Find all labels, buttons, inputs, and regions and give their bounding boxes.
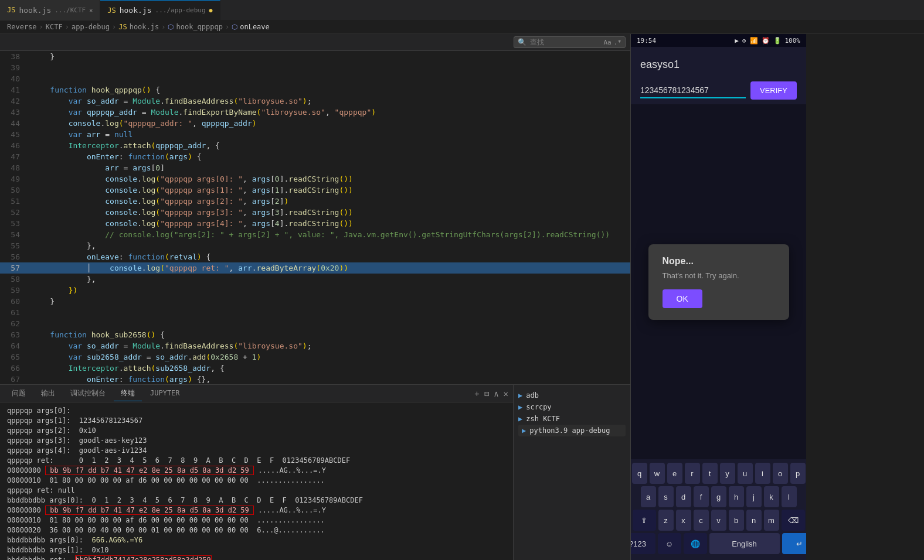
- tab-label-2: hook.js: [120, 6, 152, 15]
- sidebar-item-python[interactable]: ▶ python3.9 app-debug: [518, 425, 626, 436]
- panel-actions: + ⊟ ∧ ✕: [474, 389, 508, 398]
- tab-problem[interactable]: 问题: [5, 386, 33, 401]
- split-terminal-icon[interactable]: ⊟: [484, 389, 489, 398]
- key-l[interactable]: l: [782, 486, 797, 507]
- key-e[interactable]: e: [667, 463, 682, 484]
- phone-text-input[interactable]: [640, 83, 746, 98]
- code-line-48: 48 arr = args[0]: [0, 162, 630, 173]
- code-line-54: 54 // console.log("args[2]: " + args[2] …: [0, 229, 630, 240]
- code-line-38: 38 }: [0, 51, 630, 62]
- breadcrumb: Reverse › KCTF › app-debug › JS hook.js …: [0, 21, 924, 34]
- search-bar: 🔍 Aa .*: [0, 34, 630, 51]
- key-i[interactable]: i: [755, 463, 770, 484]
- code-line-51: 51 console.log("qpppqp args[2]: ", args[…: [0, 196, 630, 207]
- code-line-49: 49 console.log("qpppqp args[0]: ", args[…: [0, 173, 630, 185]
- key-a[interactable]: a: [641, 486, 656, 507]
- key-123[interactable]: ?123: [631, 533, 655, 554]
- key-r[interactable]: r: [685, 463, 700, 484]
- bottom-main: 问题 输出 调试控制台 终端 JUPYTER + ⊟ ∧ ✕ qpppqp ar…: [0, 385, 513, 560]
- key-s[interactable]: s: [658, 486, 674, 507]
- key-n[interactable]: n: [746, 510, 762, 531]
- code-line-58: 58 },: [0, 274, 630, 285]
- tab-jupyter[interactable]: JUPYTER: [143, 387, 187, 400]
- alarm-icon: ⏰: [762, 37, 770, 45]
- key-h[interactable]: h: [729, 486, 744, 507]
- key-globe[interactable]: 🌐: [684, 533, 707, 554]
- search-input[interactable]: [530, 38, 600, 46]
- code-line-67: 67 onEnter: function(args) {},: [0, 374, 630, 384]
- key-q[interactable]: q: [632, 463, 647, 484]
- key-c[interactable]: c: [694, 510, 709, 531]
- key-t[interactable]: t: [702, 463, 718, 484]
- key-y[interactable]: y: [720, 463, 735, 484]
- key-f[interactable]: f: [694, 486, 709, 507]
- terminal-line: qpppqp args[3]: goodl-aes-key123: [7, 436, 506, 446]
- dialog-title: Nope...: [663, 256, 775, 267]
- wifi-icon: ⊙: [742, 37, 746, 45]
- key-shift[interactable]: ⇧: [633, 510, 656, 531]
- key-w[interactable]: w: [650, 463, 665, 484]
- code-line-57: 57 │ console.log("qpppqp ret: ", arr.rea…: [0, 262, 630, 274]
- code-line-39: 39: [0, 62, 630, 73]
- tab-hook-js-kctf[interactable]: JS hook.js .../KCTF ✕: [0, 0, 100, 21]
- tab-debug-console[interactable]: 调试控制台: [63, 386, 113, 401]
- key-u[interactable]: u: [738, 463, 753, 484]
- terminal-line-ret: bbddbbdbb ret: bb9bf7ddb74147e28e258ad58…: [7, 555, 506, 560]
- bc-app-debug: app-debug: [72, 23, 110, 31]
- terminal-line: 00000010 01 80 00 00 00 00 af d6 00 00 0…: [7, 476, 506, 486]
- key-d[interactable]: d: [676, 486, 691, 507]
- tab-path-2: .../app-debug: [155, 6, 206, 14]
- js-icon-2: JS: [107, 6, 116, 15]
- code-line-40: 40: [0, 73, 630, 84]
- search-wrap: 🔍 Aa .*: [514, 36, 626, 48]
- key-enter[interactable]: ↵: [782, 533, 807, 554]
- key-space-english[interactable]: English: [709, 533, 780, 554]
- tab-close-1[interactable]: ✕: [89, 7, 93, 13]
- close-panel-icon[interactable]: ✕: [504, 389, 508, 398]
- key-g[interactable]: g: [711, 486, 726, 507]
- tab-terminal[interactable]: 终端: [114, 386, 142, 401]
- key-z[interactable]: z: [658, 510, 674, 531]
- bc-hook-qpppqp: hook_qpppqp: [176, 23, 222, 31]
- keyboard: q w e r t y u i o p a s d f g: [631, 459, 806, 560]
- chevron-up-icon[interactable]: ∧: [494, 389, 498, 398]
- key-p[interactable]: p: [790, 463, 806, 484]
- dialog-box: Nope... That's not it. Try again. OK: [648, 244, 789, 320]
- terminal-content[interactable]: qpppqp args[0]: qpppqp args[1]: 12345678…: [0, 402, 513, 560]
- keyboard-row-3: ⇧ z x c v b n m ⌫: [633, 510, 804, 531]
- key-emoji[interactable]: ☺: [658, 533, 681, 554]
- phone-battery-pct: 100%: [785, 37, 801, 45]
- search-icon: 🔍: [518, 38, 526, 46]
- match-case-btn[interactable]: Aa: [604, 39, 612, 46]
- key-m[interactable]: m: [764, 510, 779, 531]
- code-line-42: 42 var so_addr = Module.findBaseAddress(…: [0, 95, 630, 107]
- phone-status-bar: 19:54 ▶ ⊙ 📶 ⏰ 🔋 100%: [631, 34, 806, 47]
- code-line-64: 64 var so_addr = Module.findBaseAddress(…: [0, 340, 630, 351]
- tab-hook-js-debug[interactable]: JS hook.js .../app-debug ●: [100, 0, 220, 21]
- sidebar-item-scrcpy[interactable]: ▶ scrcpy: [518, 401, 626, 413]
- sidebar-item-label-3: zsh KCTF: [526, 415, 560, 423]
- key-k[interactable]: k: [764, 486, 779, 507]
- sidebar-item-adb[interactable]: ▶ adb: [518, 390, 626, 401]
- panel-tabs: 问题 输出 调试控制台 终端 JUPYTER + ⊟ ∧ ✕: [0, 385, 513, 402]
- verify-button[interactable]: VERIFY: [750, 81, 797, 100]
- key-j[interactable]: j: [746, 486, 762, 507]
- tab-output[interactable]: 输出: [34, 386, 62, 401]
- key-backspace[interactable]: ⌫: [782, 510, 805, 531]
- code-line-46: 46 Interceptor.attach(qpppqp_addr, {: [0, 140, 630, 151]
- key-b[interactable]: b: [729, 510, 744, 531]
- input-row: VERIFY: [631, 77, 806, 104]
- key-o[interactable]: o: [773, 463, 788, 484]
- tab-close-2[interactable]: ●: [209, 7, 213, 13]
- sidebar-item-zsh[interactable]: ▶ zsh KCTF: [518, 413, 626, 425]
- keyboard-row-4: ?123 ☺ 🌐 English ↵: [633, 533, 804, 554]
- bottom-area: 问题 输出 调试控制台 终端 JUPYTER + ⊟ ∧ ✕ qpppqp ar…: [0, 384, 630, 560]
- bc-func-icon: ⬡: [168, 23, 174, 31]
- key-v[interactable]: v: [711, 510, 726, 531]
- add-terminal-icon[interactable]: +: [474, 389, 479, 398]
- regex-btn[interactable]: .*: [614, 39, 621, 46]
- code-line-66: 66 Interceptor.attach(sub2658_addr, {: [0, 363, 630, 374]
- key-x[interactable]: x: [676, 510, 691, 531]
- dialog-ok-button[interactable]: OK: [663, 289, 702, 308]
- bc-kctf: KCTF: [46, 23, 63, 31]
